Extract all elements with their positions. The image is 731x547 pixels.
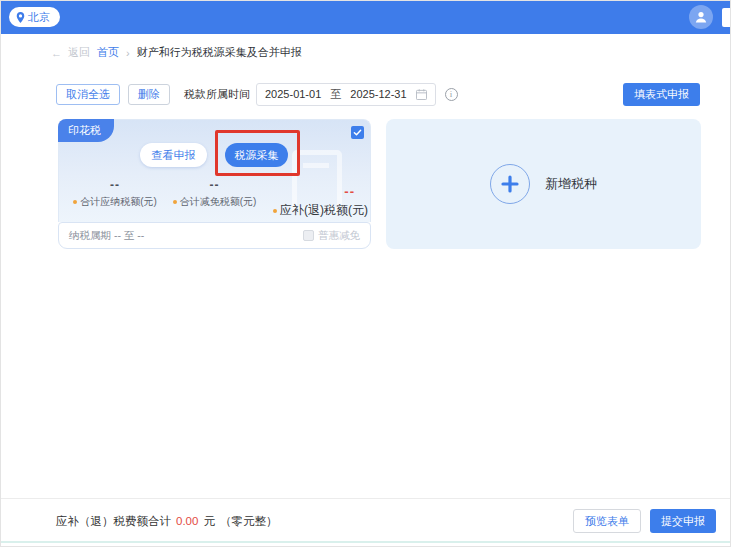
- user-avatar[interactable]: [689, 5, 713, 29]
- bottom-edge-line: [1, 541, 730, 543]
- breadcrumb-home-link[interactable]: 首页: [97, 45, 119, 60]
- breadcrumb-current: 财产和行为税税源采集及合并申报: [137, 45, 302, 60]
- delete-button[interactable]: 删除: [128, 84, 170, 105]
- fill-form-declare-button[interactable]: 填表式申报: [623, 83, 700, 106]
- breadcrumb: ← 返回 首页 › 财产和行为税税源采集及合并申报: [51, 45, 302, 60]
- tax-period-label: 税款所属时间: [184, 87, 250, 102]
- date-to-label: 至: [330, 87, 341, 102]
- view-declare-button[interactable]: 查看申报: [140, 143, 207, 167]
- back-label: 返回: [68, 45, 90, 60]
- location-label: 北京: [28, 10, 50, 25]
- stat-value: --: [162, 178, 267, 192]
- footer-divider: [1, 498, 730, 499]
- cancel-select-all-button[interactable]: 取消全选: [56, 84, 120, 105]
- check-icon: [353, 128, 362, 137]
- total-in-words: （零元整）: [220, 514, 278, 529]
- topbar: 北京: [1, 1, 730, 34]
- relief-checkbox[interactable]: [303, 230, 314, 241]
- period-value: -- 至 --: [114, 229, 144, 241]
- tax-period-text: 纳税属期 -- 至 --: [69, 229, 144, 243]
- stat-label: 合计应纳税额(元): [80, 195, 157, 209]
- back-button[interactable]: ← 返回: [51, 45, 90, 60]
- tax-card-stamp-tax[interactable]: -- 合计应纳税额(元) -- 合计减免税额(元) -- 应补(退)税额(元): [58, 119, 371, 249]
- period-label: 纳税属期: [69, 229, 111, 241]
- location-pin-icon: [16, 12, 25, 23]
- topbar-edge-icon: [722, 8, 731, 27]
- card-footer-strip: 纳税属期 -- 至 -- 普惠减免: [58, 222, 371, 249]
- back-arrow-icon: ←: [51, 47, 62, 59]
- preview-form-button[interactable]: 预览表单: [573, 509, 641, 533]
- stat-dot-icon: [273, 209, 277, 213]
- relief-label: 普惠减免: [318, 229, 360, 243]
- footer-bar: 应补（退）税费额合计 0.00 元 （零元整） 预览表单 提交申报: [56, 507, 716, 535]
- stat-payable-refund: -- 应补(退)税额(元): [258, 184, 368, 219]
- tax-source-collect-button[interactable]: 税源采集: [225, 143, 288, 167]
- user-avatar-icon: [694, 10, 708, 24]
- stat-dot-icon: [173, 200, 177, 204]
- add-tax-type-label: 新增税种: [545, 175, 597, 193]
- location-selector[interactable]: 北京: [9, 7, 60, 27]
- total-value: 0.00: [176, 515, 198, 527]
- app-window: 北京 ← 返回 首页 › 财产和行为税税源采集及合并申报 取消全选 删除 税款所…: [0, 0, 731, 547]
- total-unit: 元: [203, 514, 215, 529]
- submit-declare-button[interactable]: 提交申报: [650, 509, 716, 533]
- stat-label: 合计减免税额(元): [180, 195, 257, 209]
- add-tax-type-button[interactable]: [490, 164, 530, 204]
- total-label: 应补（退）税费额合计: [56, 514, 171, 529]
- info-circle-icon[interactable]: i: [445, 88, 458, 101]
- add-tax-type-panel[interactable]: 新增税种: [386, 119, 701, 249]
- calendar-icon[interactable]: [416, 89, 427, 100]
- relief-checkbox-wrap[interactable]: 普惠减免: [303, 229, 360, 243]
- date-range-picker[interactable]: 2025-01-01 至 2025-12-31: [256, 83, 436, 106]
- stat-total-payable: -- 合计应纳税额(元): [65, 178, 165, 209]
- stat-dot-icon: [73, 200, 77, 204]
- date-start-input[interactable]: 2025-01-01: [265, 88, 321, 100]
- stat-total-reduction: -- 合计减免税额(元): [162, 178, 267, 209]
- stat-value: --: [258, 184, 368, 199]
- plus-icon: [500, 174, 520, 194]
- stat-label: 应补(退)税额(元): [280, 202, 368, 219]
- breadcrumb-separator: ›: [126, 47, 130, 59]
- date-end-input[interactable]: 2025-12-31: [350, 88, 406, 100]
- toolbar: 取消全选 删除 税款所属时间 2025-01-01 至 2025-12-31 i…: [56, 82, 700, 106]
- card-select-checkbox[interactable]: [351, 126, 364, 139]
- tax-type-badge: 印花税: [58, 119, 114, 142]
- stat-value: --: [65, 178, 165, 192]
